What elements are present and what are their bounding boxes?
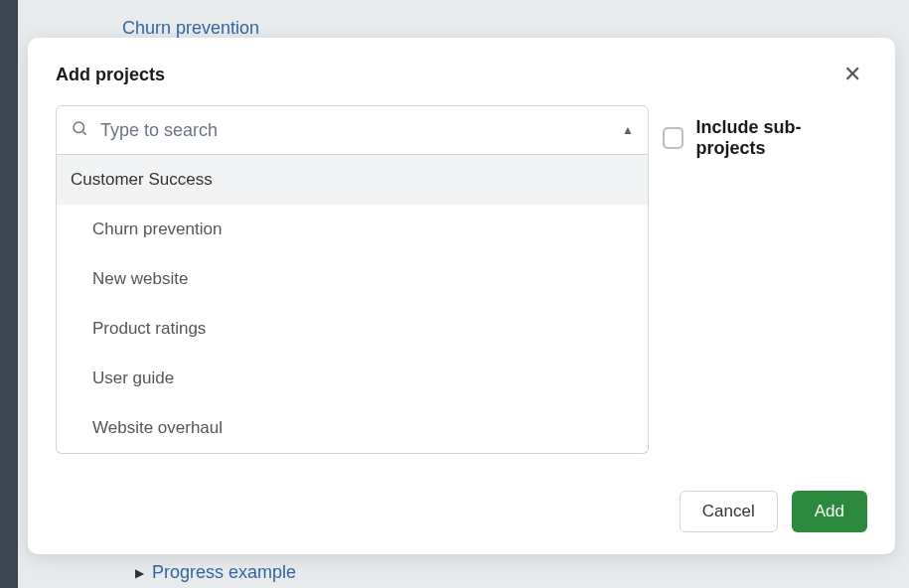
dropdown-item[interactable]: Website overhaul — [57, 403, 648, 453]
dropdown-item[interactable]: User guide — [57, 354, 648, 403]
search-combobox: ▲ Customer Success Churn prevention New … — [56, 105, 649, 454]
project-dropdown: Customer Success Churn prevention New we… — [56, 155, 649, 454]
include-subprojects-checkbox[interactable] — [663, 127, 684, 149]
modal-body-row: ▲ Customer Success Churn prevention New … — [56, 105, 867, 454]
modal-header: Add projects ✕ — [56, 62, 867, 87]
include-subprojects-label: Include sub-projects — [695, 117, 867, 159]
modal-title: Add projects — [56, 65, 165, 85]
dropdown-item[interactable]: Product ratings — [57, 304, 648, 354]
caret-right-icon: ▶ — [135, 566, 144, 580]
close-icon: ✕ — [843, 62, 861, 86]
add-button[interactable]: Add — [792, 491, 867, 532]
search-box[interactable]: ▲ — [56, 105, 649, 155]
modal-footer: Cancel Add — [56, 491, 867, 532]
bg-link-churn[interactable]: Churn prevention — [122, 18, 259, 39]
svg-line-1 — [82, 131, 85, 134]
search-icon — [71, 119, 88, 141]
svg-point-0 — [74, 122, 84, 133]
sidebar-stub — [0, 0, 18, 588]
chevron-up-icon[interactable]: ▲ — [622, 123, 634, 137]
dropdown-item[interactable]: Churn prevention — [57, 205, 648, 254]
add-projects-modal: Add projects ✕ ▲ Customer Success Churn … — [28, 38, 895, 554]
close-button[interactable]: ✕ — [837, 62, 867, 87]
cancel-button[interactable]: Cancel — [680, 491, 778, 532]
dropdown-group-customer-success[interactable]: Customer Success — [57, 155, 648, 205]
search-input[interactable] — [100, 120, 610, 141]
include-subprojects-wrap: Include sub-projects — [663, 117, 867, 159]
dropdown-item[interactable]: New website — [57, 254, 648, 304]
bg-link-progress[interactable]: ▶ Progress example — [135, 562, 296, 583]
bg-link-progress-label: Progress example — [152, 562, 296, 583]
